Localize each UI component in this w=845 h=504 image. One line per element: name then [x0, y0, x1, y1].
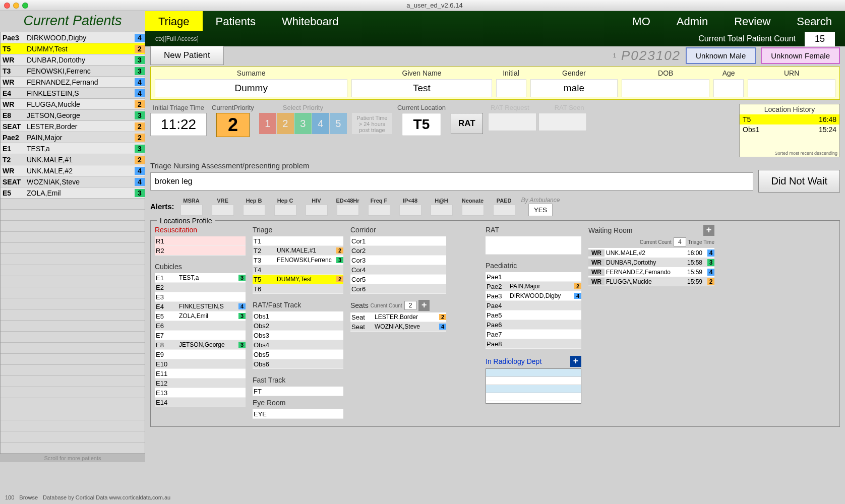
priority-3[interactable]: 3 [294, 113, 312, 134]
loc-row[interactable]: Cor4 [350, 265, 446, 275]
loc-row[interactable]: E7 [155, 331, 246, 340]
loc-row[interactable]: T6 [253, 284, 343, 294]
patient-row[interactable]: T3FENOWSKI,Ferrenc3 [1, 66, 145, 77]
priority-2[interactable]: 2 [277, 113, 294, 134]
nursing-input[interactable] [150, 172, 753, 191]
loc-row[interactable]: Cor3 [350, 256, 446, 265]
patient-row[interactable]: E4FINKLESTEIN,S4 [1, 88, 145, 99]
dob-field[interactable] [622, 79, 709, 97]
loc-row[interactable]: EYE [253, 409, 343, 419]
add-radiology-button[interactable]: + [570, 356, 581, 367]
add-waiting-button[interactable]: + [703, 225, 714, 236]
patient-row[interactable]: E8JETSON,George3 [1, 110, 145, 121]
patient-row[interactable]: Pae3DIRKWOOD,Digby4 [1, 32, 145, 43]
loc-row[interactable]: R2 [155, 246, 246, 256]
loc-row[interactable]: Obs1 [253, 311, 343, 321]
loc-row[interactable]: Pae1 [486, 272, 581, 282]
loc-row[interactable]: E5ZOLA,Emil3 [155, 311, 246, 321]
loc-row[interactable]: E8JETSON,George3 [155, 340, 246, 350]
did-not-wait-button[interactable]: Did Not Wait [758, 170, 840, 193]
waiting-row[interactable]: WRDUNBAR,Dortothy15:583 [588, 258, 714, 267]
loc-row[interactable]: Cor1 [350, 236, 446, 246]
new-patient-button[interactable]: New Patient [150, 46, 224, 65]
patient-row[interactable]: Pae2PAIN,Major2 [1, 132, 145, 143]
add-seat-button[interactable]: + [418, 300, 430, 311]
loc-row[interactable]: Cor6 [350, 284, 446, 294]
loc-row[interactable]: E4FINKLESTEIN,S4 [155, 302, 246, 311]
loc-row[interactable]: Obs5 [253, 350, 343, 359]
loc-row[interactable]: Cor2 [350, 246, 446, 256]
loc-row[interactable]: Pae7 [486, 330, 581, 339]
patient-row[interactable]: T5DUMMY,Test2 [1, 43, 145, 54]
patient-row[interactable]: WRUNK.MALE,#24 [1, 165, 145, 176]
loc-row[interactable]: Pae8 [486, 339, 581, 349]
radiology-list[interactable] [486, 368, 581, 404]
alert-IP<48[interactable] [399, 205, 421, 216]
patient-row[interactable]: E5ZOLA,Emil3 [1, 187, 145, 199]
loc-row[interactable]: Pae5 [486, 310, 581, 320]
alert-H@H[interactable] [431, 205, 453, 216]
rat-seen-field[interactable] [538, 113, 587, 131]
minimize-icon[interactable] [13, 3, 19, 9]
loc-row[interactable]: Pae4 [486, 301, 581, 310]
patient-row[interactable]: WRDUNBAR,Dortothy3 [1, 54, 145, 66]
patient-list[interactable]: Pae3DIRKWOOD,Digby4T5DUMMY,Test2WRDUNBAR… [0, 32, 145, 454]
tab-patients[interactable]: Patients [203, 11, 269, 31]
urn-field[interactable] [748, 79, 835, 97]
tab-triage[interactable]: Triage [145, 11, 203, 31]
loc-row[interactable]: E3 [155, 292, 246, 302]
priority-selector[interactable]: 12345 [259, 113, 347, 134]
loc-row[interactable]: E1TEST,a3 [155, 273, 246, 283]
tab-admin[interactable]: Admin [663, 11, 721, 31]
loc-row[interactable]: T4 [253, 265, 343, 275]
loc-row[interactable]: Obs6 [253, 359, 343, 369]
loc-row[interactable]: Obs2 [253, 321, 343, 331]
zoom-icon[interactable] [22, 3, 28, 9]
loc-row[interactable]: Pae2PAIN,Major2 [486, 282, 581, 291]
waiting-row[interactable]: WRUNK.MALE,#216:004 [588, 248, 714, 258]
tab-mo[interactable]: MO [619, 11, 663, 31]
waiting-row[interactable]: WRFLUGGA,Muckle15:592 [588, 277, 714, 286]
surname-field[interactable]: Dummy [155, 79, 347, 97]
alert-Neonate[interactable] [462, 205, 484, 216]
priority-1[interactable]: 1 [259, 113, 276, 134]
patient-row[interactable]: WRFLUGGA,Muckle2 [1, 99, 145, 110]
rat-field[interactable] [486, 236, 581, 255]
initial-triage-time[interactable]: 11:22 [150, 113, 207, 136]
loc-row[interactable]: T1 [253, 236, 343, 246]
loc-row[interactable]: E11 [155, 369, 246, 379]
age-field[interactable] [713, 79, 744, 97]
tab-search[interactable]: Search [783, 11, 845, 31]
patient-row[interactable]: SEATLESTER,Border2 [1, 121, 145, 132]
patient-row[interactable]: WRFERNANDEZ,Fernand4 [1, 77, 145, 88]
unknown-male-button[interactable]: Unknown Male [686, 47, 756, 64]
tab-whiteboard[interactable]: Whiteboard [269, 11, 352, 31]
alert-Freq F[interactable] [368, 205, 390, 216]
lh-row[interactable]: T516:48 [740, 114, 839, 124]
close-icon[interactable] [4, 3, 10, 9]
loc-row[interactable]: E2 [155, 283, 246, 292]
alert-ED<48Hr[interactable] [337, 205, 359, 216]
waiting-row[interactable]: WRFERNANDEZ,Fernando15:594 [588, 267, 714, 277]
alert-VRE[interactable] [212, 205, 234, 216]
loc-row[interactable]: Obs3 [253, 331, 343, 340]
loc-row[interactable]: E14 [155, 398, 246, 407]
lh-row[interactable]: Obs115:24 [740, 124, 839, 135]
loc-row[interactable]: E10 [155, 359, 246, 369]
rat-button[interactable]: RAT [451, 113, 483, 134]
loc-row[interactable]: Obs4 [253, 340, 343, 350]
alert-PAED[interactable] [493, 205, 515, 216]
alert-Hep C[interactable] [274, 205, 296, 216]
initial-field[interactable] [496, 79, 526, 97]
loc-row[interactable]: E13 [155, 388, 246, 398]
loc-row[interactable]: E9 [155, 350, 246, 359]
loc-row[interactable]: Cor5 [350, 275, 446, 284]
alert-Hep B[interactable] [243, 205, 265, 216]
given-field[interactable]: Test [351, 79, 492, 97]
loc-row[interactable]: Pae6 [486, 320, 581, 330]
loc-row[interactable]: R1 [155, 236, 246, 246]
tab-review[interactable]: Review [721, 11, 783, 31]
loc-row[interactable]: T2UNK.MALE,#12 [253, 246, 343, 256]
rat-request-field[interactable] [488, 113, 536, 131]
priority-4[interactable]: 4 [312, 113, 329, 134]
